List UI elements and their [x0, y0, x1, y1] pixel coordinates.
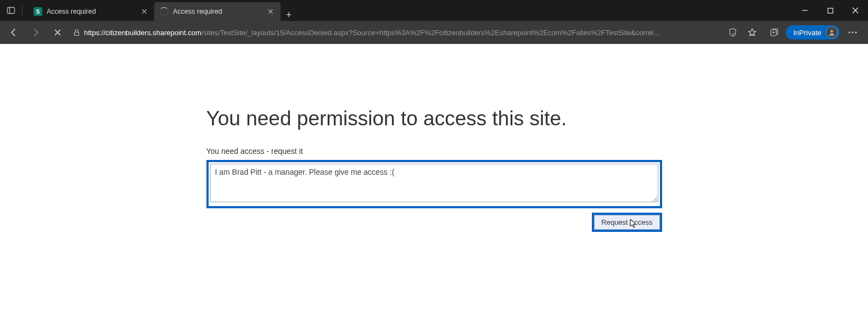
svg-point-14 — [831, 30, 833, 33]
loading-icon — [160, 7, 169, 16]
tab-strip: S Access required ✕ Access required ✕ + — [28, 0, 297, 21]
svg-point-15 — [849, 32, 850, 34]
tab-2[interactable]: Access required ✕ — [154, 2, 281, 21]
sharepoint-icon: S — [33, 7, 42, 16]
page-subtext: You need access - request it — [206, 147, 662, 156]
svg-rect-0 — [8, 8, 15, 14]
address-bar[interactable]: https://citizenbuilders.sharepoint.com/s… — [69, 24, 741, 41]
browser-titlebar: S Access required ✕ Access required ✕ + — [0, 0, 868, 21]
new-tab-button[interactable]: + — [281, 9, 297, 21]
site-info-icon[interactable] — [72, 29, 81, 37]
minimize-button[interactable] — [792, 0, 817, 21]
svg-point-16 — [852, 32, 854, 34]
close-tab-icon[interactable]: ✕ — [266, 6, 275, 17]
button-highlight: Request Access — [592, 213, 662, 232]
page-content: You need permission to access this site.… — [0, 44, 868, 316]
forward-button[interactable] — [25, 23, 46, 42]
favorites-button[interactable] — [742, 23, 763, 42]
tab-title: Access required — [173, 8, 262, 15]
profile-avatar-icon — [826, 26, 838, 38]
back-button[interactable] — [3, 23, 24, 42]
stop-reload-button[interactable] — [47, 23, 68, 42]
request-access-button[interactable]: Request Access — [594, 215, 659, 230]
close-window-button[interactable] — [843, 0, 868, 21]
page-headline: You need permission to access this site. — [206, 107, 662, 130]
svg-rect-3 — [828, 8, 833, 13]
access-request-form: You need permission to access this site.… — [206, 107, 662, 316]
svg-point-9 — [732, 33, 735, 36]
svg-point-17 — [855, 32, 857, 34]
url-text: https://citizenbuilders.sharepoint.com/s… — [84, 29, 725, 37]
inprivate-label: InPrivate — [793, 29, 821, 37]
tab-title: Access required — [47, 8, 136, 15]
more-menu-button[interactable] — [841, 23, 865, 42]
collections-button[interactable] — [764, 23, 785, 42]
browser-toolbar: https://citizenbuilders.sharepoint.com/s… — [0, 21, 868, 44]
close-tab-icon[interactable]: ✕ — [140, 6, 149, 17]
tab-actions-icon[interactable] — [4, 4, 18, 17]
request-message-textarea[interactable] — [210, 164, 658, 202]
textarea-highlight — [206, 160, 662, 208]
svg-rect-8 — [75, 32, 79, 35]
tracking-prevention-icon[interactable] — [728, 28, 737, 37]
maximize-button[interactable] — [817, 0, 843, 21]
window-caption-buttons — [792, 0, 868, 21]
inprivate-indicator[interactable]: InPrivate — [786, 25, 839, 40]
tab-1[interactable]: S Access required ✕ — [28, 2, 154, 21]
